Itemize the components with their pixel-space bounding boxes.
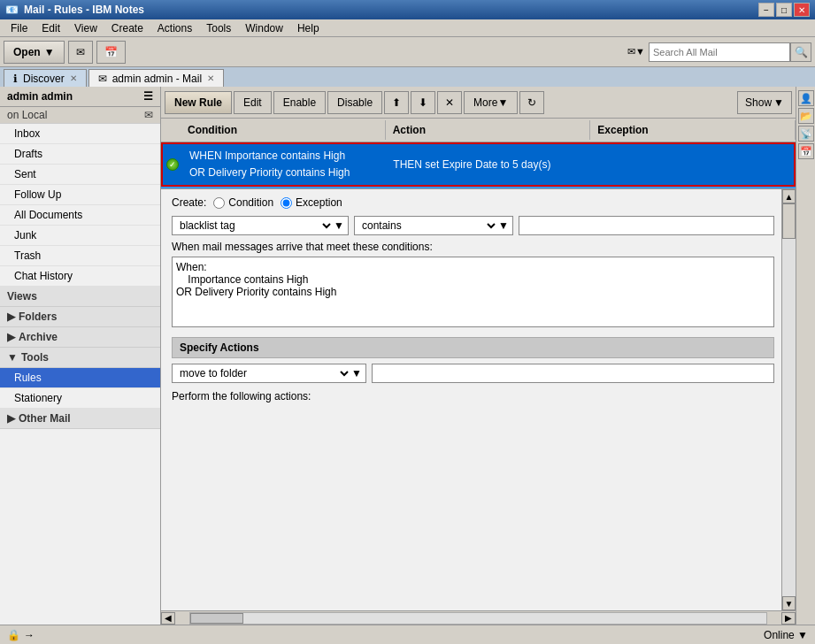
menu-create[interactable]: Create bbox=[104, 20, 150, 36]
open-button[interactable]: Open ▼ bbox=[4, 41, 65, 64]
rules-table-header: Condition Action Exception bbox=[161, 119, 796, 142]
condition-radio[interactable] bbox=[213, 197, 225, 209]
right-panel-btn-2[interactable]: 📂 bbox=[798, 108, 814, 124]
sidebar-item-junk[interactable]: Junk bbox=[0, 226, 160, 246]
when-arrives-label: When mail messages arrive that meet thes… bbox=[172, 241, 774, 253]
scroll-right-arrow[interactable]: ▶ bbox=[781, 612, 796, 625]
menu-file[interactable]: File bbox=[4, 20, 35, 36]
new-rule-button[interactable]: New Rule bbox=[165, 91, 232, 114]
rule-action-text: THEN set Expire Date to 5 day(s) bbox=[393, 158, 550, 171]
h-scroll-thumb[interactable] bbox=[190, 613, 243, 624]
right-panel-btn-1[interactable]: 👤 bbox=[798, 90, 814, 106]
tab-bar: ℹ Discover ✕ ✉ admin admin - Mail ✕ bbox=[0, 67, 815, 87]
menu-view[interactable]: View bbox=[67, 20, 104, 36]
mail-button[interactable]: ✉ bbox=[68, 41, 93, 64]
refresh-button[interactable]: ↻ bbox=[519, 91, 544, 114]
title-bar-controls[interactable]: − □ ✕ bbox=[758, 3, 810, 17]
action-type-select[interactable]: move to folder ▼ bbox=[172, 364, 366, 383]
search-button[interactable]: 🔍 bbox=[790, 42, 811, 62]
download-icon: ⬇ bbox=[419, 96, 427, 109]
sidebar-item-alldocs[interactable]: All Documents bbox=[0, 205, 160, 226]
sidebar-item-sent[interactable]: Sent bbox=[0, 165, 160, 185]
search-input[interactable] bbox=[649, 42, 790, 62]
maximize-button[interactable]: □ bbox=[776, 3, 792, 17]
scroll-left-arrow[interactable]: ◀ bbox=[161, 612, 175, 625]
sidebar-item-drafts[interactable]: Drafts bbox=[0, 144, 160, 165]
condition-radio-label[interactable]: Condition bbox=[213, 196, 273, 209]
scroll-thumb[interactable] bbox=[782, 203, 796, 239]
horizontal-scrollbar[interactable]: ◀ ▶ bbox=[161, 610, 796, 625]
tab-mail-close[interactable]: ✕ bbox=[207, 73, 214, 83]
sidebar-item-rules[interactable]: Rules bbox=[0, 368, 160, 388]
rule-exception-cell bbox=[590, 161, 794, 168]
exception-radio-label[interactable]: Exception bbox=[281, 196, 342, 209]
main-layout: admin admin ☰ on Local ✉ Inbox Drafts Se… bbox=[0, 87, 815, 625]
main-toolbar: Open ▼ ✉ 📅 ✉▼ 🔍 bbox=[0, 37, 815, 67]
scroll-up-arrow[interactable]: ▲ bbox=[782, 189, 796, 203]
new-rule-label: New Rule bbox=[174, 96, 222, 109]
edit-button[interactable]: Edit bbox=[234, 91, 272, 114]
value-input[interactable] bbox=[519, 216, 774, 235]
bottom-panel: Create: Condition Exception bbox=[161, 188, 796, 610]
disable-button[interactable]: Disable bbox=[327, 91, 382, 114]
download-button[interactable]: ⬇ bbox=[411, 91, 435, 114]
sidebar-item-inbox[interactable]: Inbox bbox=[0, 124, 160, 144]
header-exception: Exception bbox=[590, 120, 796, 140]
close-button[interactable]: ✕ bbox=[794, 3, 810, 17]
more-button[interactable]: More ▼ bbox=[464, 91, 518, 114]
search-area: ✉▼ 🔍 bbox=[627, 42, 811, 62]
right-panel-btn-3[interactable]: 📡 bbox=[798, 126, 814, 142]
menu-bar: File Edit View Create Actions Tools Wind… bbox=[0, 19, 815, 37]
sidebar-group-folders[interactable]: ▶ Folders bbox=[0, 307, 160, 327]
show-button[interactable]: Show ▼ bbox=[737, 91, 792, 114]
tab-mail-label: admin admin - Mail bbox=[112, 73, 202, 85]
action-arrow-icon: ▼ bbox=[351, 367, 362, 380]
tab-mail[interactable]: ✉ admin admin - Mail ✕ bbox=[88, 69, 224, 87]
specify-actions-header: Specify Actions bbox=[172, 337, 774, 358]
sidebar-item-trash[interactable]: Trash bbox=[0, 246, 160, 266]
h-scroll-track[interactable] bbox=[189, 612, 767, 625]
sidebar-item-followup[interactable]: Follow Up bbox=[0, 185, 160, 205]
vertical-scrollbar[interactable]: ▲ ▼ bbox=[781, 189, 796, 610]
menu-actions[interactable]: Actions bbox=[150, 20, 199, 36]
sidebar-group-archive[interactable]: ▶ Archive bbox=[0, 327, 160, 348]
scroll-down-arrow[interactable]: ▼ bbox=[782, 596, 796, 610]
minimize-button[interactable]: − bbox=[758, 3, 774, 17]
content-toolbar: New Rule Edit Enable Disable ⬆ ⬇ ✕ More bbox=[161, 87, 796, 119]
upload-button[interactable]: ⬆ bbox=[384, 91, 409, 114]
sidebar-item-stationery[interactable]: Stationery bbox=[0, 388, 160, 409]
sidebar-group-tools[interactable]: ▼ Tools bbox=[0, 348, 160, 368]
blacklist-tag-select[interactable]: blacklist tag ▼ bbox=[172, 216, 349, 235]
when-textarea[interactable]: When: Importance contains High OR Delive… bbox=[172, 257, 774, 327]
header-condition: Condition bbox=[181, 120, 386, 140]
contains-select[interactable]: contains ▼ bbox=[354, 216, 513, 235]
arrow-icon: → bbox=[24, 629, 35, 641]
sidebar-group-othermail[interactable]: ▶ Other Mail bbox=[0, 409, 160, 429]
action-folder-input[interactable] bbox=[372, 364, 774, 383]
online-status[interactable]: Online ▼ bbox=[764, 629, 808, 641]
right-panel-btn-4[interactable]: 📅 bbox=[798, 143, 814, 159]
table-row[interactable]: ✓ WHEN Importance contains High OR Deliv… bbox=[161, 142, 796, 187]
sidebar-group-views[interactable]: Views bbox=[0, 287, 160, 307]
menu-help[interactable]: Help bbox=[290, 20, 327, 36]
exception-radio[interactable] bbox=[281, 197, 292, 209]
menu-edit[interactable]: Edit bbox=[35, 20, 67, 36]
title-bar: 📧 Mail - Rules - IBM Notes − □ ✕ bbox=[0, 0, 815, 19]
form-area: Create: Condition Exception bbox=[161, 189, 796, 610]
more-label: More bbox=[473, 96, 497, 109]
enable-button[interactable]: Enable bbox=[273, 91, 326, 114]
menu-tools[interactable]: Tools bbox=[199, 20, 238, 36]
sidebar-location: on Local ✉ bbox=[0, 107, 160, 124]
sidebar: admin admin ☰ on Local ✉ Inbox Drafts Se… bbox=[0, 87, 161, 625]
delete-button[interactable]: ✕ bbox=[437, 91, 462, 114]
rule-action-cell: THEN set Expire Date to 5 day(s) bbox=[386, 155, 589, 174]
sidebar-group-tools-label: Tools bbox=[21, 351, 49, 364]
calendar-button[interactable]: 📅 bbox=[96, 41, 126, 64]
menu-window[interactable]: Window bbox=[238, 20, 290, 36]
archive-arrow-icon: ▶ bbox=[7, 331, 15, 343]
sidebar-menu-icon[interactable]: ☰ bbox=[143, 90, 153, 103]
tab-discover-close[interactable]: ✕ bbox=[70, 73, 77, 83]
scroll-track[interactable] bbox=[782, 203, 796, 596]
tab-discover[interactable]: ℹ Discover ✕ bbox=[4, 69, 87, 87]
sidebar-item-chathistory[interactable]: Chat History bbox=[0, 266, 160, 287]
